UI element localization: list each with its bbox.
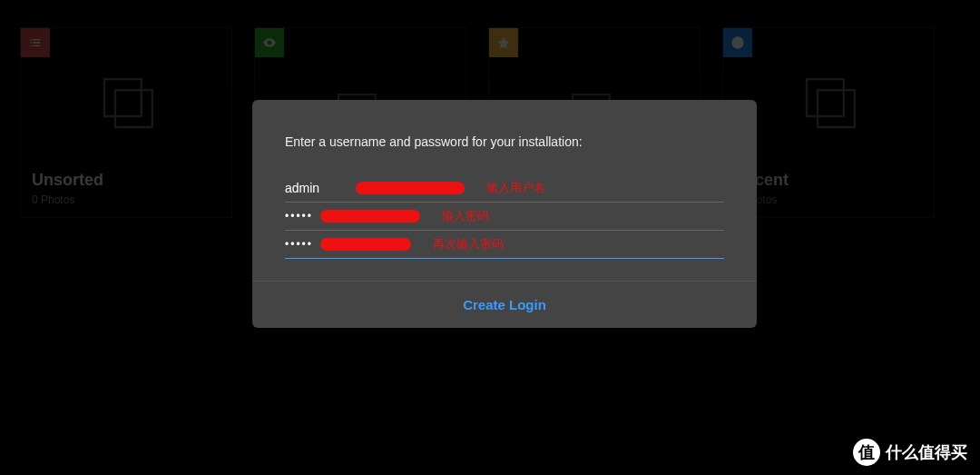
install-login-dialog: Enter a username and password for your i… (252, 100, 757, 328)
username-input[interactable] (285, 181, 348, 195)
password-confirm-input[interactable]: ••••• (285, 238, 313, 251)
dialog-message: Enter a username and password for your i… (285, 134, 724, 149)
album-placeholder-icon (32, 39, 220, 171)
redaction-mark (320, 238, 411, 251)
album-subtitle: 0 Photos (32, 193, 220, 206)
annotation-confirm: 再次输入密码 (433, 236, 504, 252)
password-row: ••••• 输入密码 (285, 203, 724, 231)
username-row: 输入用户名 (285, 174, 724, 203)
watermark: 值 什么值得买 (853, 439, 967, 466)
dialog-footer: Create Login (252, 281, 757, 328)
list-icon (21, 28, 50, 57)
password-confirm-row: ••••• 再次输入密码 (285, 231, 724, 259)
password-input[interactable]: ••••• (285, 210, 313, 223)
album-card-unsorted[interactable]: Unsorted 0 Photos (20, 27, 232, 218)
clock-icon (723, 28, 752, 57)
album-subtitle: 0 Photos (734, 193, 923, 206)
redaction-mark (320, 210, 420, 223)
album-placeholder-icon (734, 39, 923, 171)
album-title: Unsorted (32, 171, 220, 190)
star-icon (489, 28, 518, 57)
create-login-button[interactable]: Create Login (463, 297, 546, 312)
redaction-mark (356, 182, 465, 194)
svg-rect-7 (818, 90, 855, 127)
watermark-text: 什么值得买 (886, 441, 967, 463)
svg-rect-6 (807, 79, 844, 116)
watermark-badge: 值 (853, 439, 880, 466)
annotation-username: 输入用户名 (486, 180, 545, 196)
album-title: Recent (734, 171, 923, 190)
annotation-password: 输入密码 (442, 208, 489, 224)
svg-rect-1 (115, 90, 152, 127)
svg-rect-0 (104, 79, 142, 116)
eye-icon (255, 28, 284, 57)
